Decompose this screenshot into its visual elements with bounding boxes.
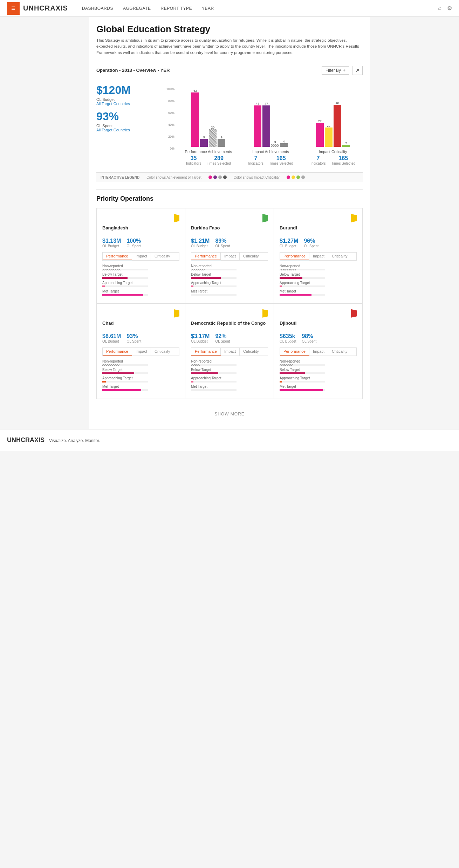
bar-crit-4: 2 [342, 142, 350, 147]
perf-row: Met Target [102, 385, 179, 391]
show-more-button[interactable]: SHOW MORE [96, 406, 363, 422]
dot-dark [223, 175, 227, 179]
op-spent: 89% OL Spent [215, 238, 230, 248]
op-divider [191, 235, 268, 235]
dot-pink [208, 175, 212, 179]
nav-dashboards[interactable]: DASHBOARDS [82, 6, 113, 11]
bar-crit-2: 22 [325, 124, 333, 147]
app-header: ☰ UNHCRAXIS DASHBOARDS AGGREGATE REPORT … [0, 0, 459, 17]
op-tab-performance[interactable]: Performance [191, 348, 221, 356]
op-spent: 96% OL Spent [304, 238, 318, 248]
op-financials: $8.61M OL Budget 93% OL Spent [102, 333, 179, 343]
bar-perf-2: 9 [200, 136, 208, 147]
op-tab-performance[interactable]: Performance [280, 348, 309, 356]
op-spent: 100% OL Spent [126, 238, 141, 248]
op-tab-performance[interactable]: Performance [103, 253, 132, 260]
op-tab-performance[interactable]: Performance [280, 253, 309, 260]
budget-countries-link[interactable]: All Target Countries [96, 102, 159, 106]
op-tab-criticality[interactable]: Criticality [151, 253, 174, 260]
bar-impact-3: 3 [271, 140, 279, 147]
op-spent: 92% OL Spent [215, 333, 230, 343]
perf-rows: Non-reported Below Target Approaching Ta… [102, 359, 179, 391]
op-financials: $1.21M OL Budget 89% OL Spent [191, 238, 268, 248]
home-icon[interactable]: ⌂ [438, 5, 441, 12]
op-budget: $1.13M OL Budget [102, 238, 121, 248]
nav-report-type[interactable]: REPORT TYPE [161, 6, 192, 11]
hamburger-button[interactable]: ☰ [7, 2, 20, 15]
perf-row: Approaching Target [102, 376, 179, 383]
overview-charts: 100% 80% 60% 40% 20% 0% 62 9 [166, 84, 363, 165]
op-tab-impact[interactable]: Impact [309, 253, 328, 260]
performance-chart-title: Performance Achievements [185, 150, 232, 154]
op-card-democratic-republic-of-the-congo: Democratic Republic of the Congo $3.17M … [185, 304, 274, 399]
op-tab-criticality[interactable]: Criticality [240, 348, 262, 356]
op-name: Burundi [280, 225, 357, 230]
filter-label: Filter By [326, 68, 341, 73]
op-flag [191, 214, 268, 222]
op-financials: $1.13M OL Budget 100% OL Spent [102, 238, 179, 248]
perf-row: Non-reported [191, 264, 268, 270]
priority-operations-section: Priority Operations Bangladesh $1.13M OL… [96, 195, 363, 422]
perf-row: Non-reported [102, 359, 179, 366]
logo-unhcr: UNHCR [23, 4, 50, 12]
perf-indicators: 35 Indicators [186, 155, 201, 165]
op-tab-impact[interactable]: Impact [221, 348, 240, 356]
page-title: Global Education Strategy [96, 24, 363, 35]
overview-financials: $120M OL Budget All Target Countries 93%… [96, 84, 159, 165]
op-tab-criticality[interactable]: Criticality [151, 348, 174, 356]
op-flag [280, 309, 357, 318]
flag-icon [262, 214, 268, 222]
op-tabs: PerformanceImpactCriticality [280, 347, 357, 356]
op-tab-impact[interactable]: Impact [132, 348, 151, 356]
perf-row: Below Target [191, 368, 268, 374]
op-tab-impact[interactable]: Impact [309, 348, 328, 356]
perf-row: Met Target [191, 385, 268, 391]
perf-row: Non-reported [280, 359, 357, 366]
settings-icon[interactable]: ⚙ [447, 5, 452, 12]
nav-aggregate[interactable]: AGGREGATE [123, 6, 151, 11]
op-flag [191, 309, 268, 318]
spent-countries-link[interactable]: All Target Countries [96, 128, 159, 132]
op-tabs: PerformanceImpactCriticality [102, 347, 179, 356]
perf-row: Approaching Target [102, 281, 179, 287]
operation-title: Operation - 2013 - Overview - YER [96, 68, 170, 73]
ops-grid: Bangladesh $1.13M OL Budget 100% OL Spen… [96, 208, 363, 399]
budget-label: OL Budget [96, 97, 159, 102]
perf-rows: Non-reported Below Target Approaching Ta… [280, 359, 357, 391]
op-tab-impact[interactable]: Impact [221, 253, 240, 260]
op-tab-criticality[interactable]: Criticality [328, 253, 351, 260]
op-tab-criticality[interactable]: Criticality [328, 348, 351, 356]
export-button[interactable]: ↗ [352, 66, 363, 75]
performance-chart-stats: 35 Indicators 289 Times Selected [186, 155, 231, 165]
page-description: This Strategy is ambitious in its aim to… [96, 37, 363, 56]
criticality-chart-title: Impact Criticality [319, 150, 347, 154]
op-tab-performance[interactable]: Performance [103, 348, 132, 356]
perf-row: Met Target [191, 289, 268, 296]
op-tabs: PerformanceImpactCriticality [102, 252, 179, 261]
y-axis: 100% 80% 60% 40% 20% 0% [166, 87, 176, 150]
op-tab-criticality[interactable]: Criticality [240, 253, 262, 260]
export-icon: ↗ [355, 68, 359, 73]
impact-chart-stats: 7 Indicators 165 Times Selected [248, 155, 293, 165]
perf-row: Non-reported [280, 264, 357, 270]
op-budget: $1.27M OL Budget [280, 238, 298, 248]
nav-year[interactable]: YEAR [202, 6, 214, 11]
op-budget: $635k OL Budget [280, 333, 296, 343]
perf-row: Below Target [102, 368, 179, 374]
op-name: Burkina Faso [191, 225, 268, 230]
filter-button[interactable]: Filter By + [322, 66, 349, 75]
perf-row: Approaching Target [191, 376, 268, 383]
perf-times: 289 Times Selected [207, 155, 231, 165]
op-tab-performance[interactable]: Performance [191, 253, 221, 260]
op-financials: $635k OL Budget 98% OL Spent [280, 333, 357, 343]
header-actions: ⌂ ⚙ [438, 5, 452, 12]
footer-tagline: Visualize. Analyze. Monitor. [49, 438, 100, 443]
dot-purple [213, 175, 217, 179]
bar-impact-2: 47 [262, 102, 270, 147]
op-tab-impact[interactable]: Impact [132, 253, 151, 260]
performance-chart: 62 9 20 9 Performa [179, 84, 238, 165]
op-divider [191, 330, 268, 330]
op-budget: $8.61M OL Budget [102, 333, 121, 343]
op-name: Djibouti [280, 321, 357, 326]
impact-bars: 47 47 3 4 [254, 84, 288, 147]
